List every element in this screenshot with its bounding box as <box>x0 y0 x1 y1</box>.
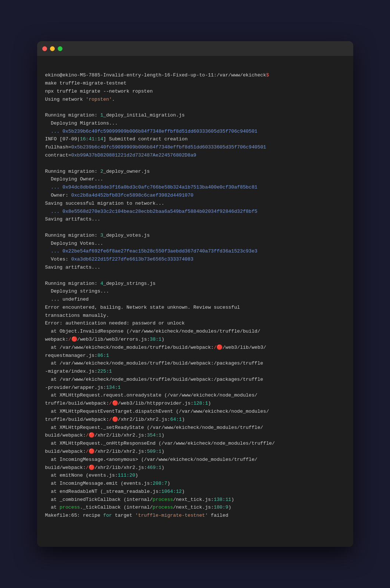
owner-line: Owner: 0xc2b8a4d452bfb83fce5898c6caef398… <box>45 193 194 198</box>
stack11: at IncomingMessage.emit (events.js:208:7… <box>45 481 170 486</box>
stack6: at XMLHttpRequestEventTarget.dispatchEve… <box>45 409 269 422</box>
migration2-deploy: Deploying Owner... <box>45 176 103 182</box>
stack7: at XMLHttpRequest._setReadyState (/var/w… <box>45 425 264 438</box>
votes-line: Votes: 0xa3db6222d15f227dfe6613b73e6565c… <box>45 257 194 262</box>
migration3-hash: ... 0x22be54af692fe6f8ae27feac15b28c550f… <box>45 248 258 254</box>
stack9: at IncomingMessage.<anonymous> (/var/www… <box>45 457 258 470</box>
prompt-line: ekino@ekino-MS-7885-Invalid-entry-length… <box>45 72 269 78</box>
cmd1: make truffle-migrate-testnet <box>45 80 127 86</box>
migration3-deploy: Deploying Votes... <box>45 241 103 246</box>
saving-artifacts2: Saving artifacts... <box>45 265 100 270</box>
terminal-content: ekino@ekino-MS-7885-Invalid-entry-length… <box>37 56 353 546</box>
stack8: at XMLHttpRequest._onHttpResponseEnd (/v… <box>45 441 275 454</box>
maximize-button[interactable] <box>58 46 62 51</box>
makefile-error: Makefile:65: recipe for target 'truffle-… <box>45 513 229 518</box>
stack14: at process._tickCallback (internal/proce… <box>45 505 232 510</box>
stack5: at XMLHttpRequest.request.onreadystate (… <box>45 392 258 406</box>
stack4: at /var/www/ekicheck/node_modules/truffl… <box>45 377 264 390</box>
migration3-header: Running migration: 3_deploy_votes.js <box>45 233 150 238</box>
saving-artifacts1: Saving artifacts... <box>45 216 100 222</box>
migration1-header: Running migration: 1_deploy_initial_migr… <box>45 112 185 118</box>
error-bailing: Error encountered, bailing. Network stat… <box>45 305 240 318</box>
migration4-header: Running migration: 4_deploy_strings.js <box>45 281 156 286</box>
stack13: at _combinedTickCallback (internal/proce… <box>45 497 234 502</box>
migration2-hash: ... 0x94dc8db0e618de3f16a0bd3c0afc766be5… <box>45 184 258 190</box>
minimize-button[interactable] <box>50 46 55 51</box>
migration2-save-hash: ... 0x8e5568d270e33c2c104beac28ecbb2baa6… <box>45 209 258 214</box>
stack1: at Object.InvalidResponse (/var/www/ekic… <box>45 329 261 342</box>
stack2: at /var/www/ekicheck/node_modules/truffl… <box>45 345 266 358</box>
fullhash-line: fullhash=0x5b239b6c40fc59099909b006b84f7… <box>45 144 266 150</box>
migration1-hash: ... 0x5b239b6c40fc59099909b006b84f7348ef… <box>45 129 258 134</box>
migration1-deploy: Deploying Migrations... <box>45 121 118 126</box>
network-line: Using network 'ropsten'. <box>45 97 115 102</box>
stack10: at emitNone (events.js:111:20) <box>45 473 138 478</box>
error-auth: Error: authentication needed: password o… <box>45 320 185 326</box>
terminal-window: ekino@ekino-MS-7885-Invalid-entry-length… <box>37 41 353 546</box>
info-line: INFO [07-09|16:41:14] Submitted contract… <box>45 136 188 142</box>
close-button[interactable] <box>42 46 47 51</box>
saving-migration: Saving successful migration to network..… <box>45 201 164 206</box>
contract-line: contract=0xb99A37bD820881221d2d732487Ae2… <box>45 153 197 158</box>
migration2-header: Running migration: 2_deploy_owner.js <box>45 169 150 174</box>
titlebar <box>37 41 353 56</box>
migration4-deploy: Deploying strings... ... undefined <box>45 288 109 302</box>
stack12: at endReadableNT (_stream_readable.js:10… <box>45 489 185 494</box>
cmd2: npx truffle migrate --network ropsten <box>45 89 153 94</box>
stack3: at /var/www/ekicheck/node_modules/truffl… <box>45 361 264 374</box>
